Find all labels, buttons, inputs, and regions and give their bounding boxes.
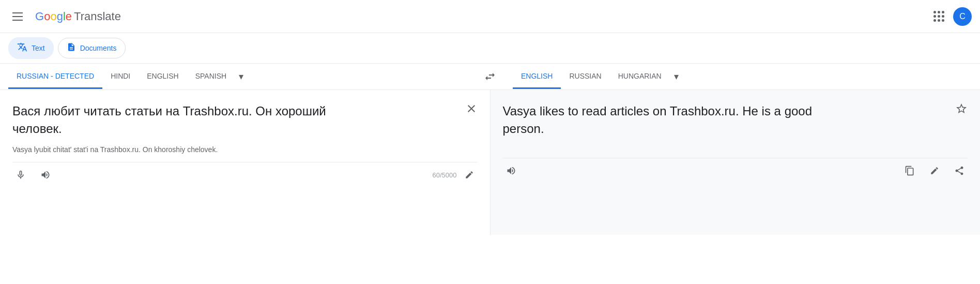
translate-icon <box>17 42 27 54</box>
header-left: Google Translate <box>8 8 121 25</box>
clear-button[interactable] <box>463 100 480 117</box>
target-text: Vasya likes to read articles on Trashbox… <box>503 102 834 137</box>
source-romanized: Vasya lyubit chitat' stat'i na Trashbox.… <box>12 145 478 154</box>
source-footer: 60/5000 <box>12 162 478 183</box>
target-footer <box>503 158 968 179</box>
target-panel: Vasya likes to read articles on Trashbox… <box>491 90 981 235</box>
target-lang-hungarian[interactable]: HUNGARIAN <box>610 65 670 89</box>
logo-translate: Translate <box>74 10 121 23</box>
tab-documents[interactable]: Documents <box>58 38 126 58</box>
source-text: Вася любит читать статьи на Trashbox.ru.… <box>12 102 343 137</box>
target-lang-dropdown[interactable]: ▾ <box>670 64 683 89</box>
tab-bar: Text Documents <box>0 33 980 64</box>
source-footer-left <box>12 167 54 183</box>
edit-source-button[interactable] <box>461 167 478 183</box>
source-lang-spanish[interactable]: SPANISH <box>187 65 235 89</box>
apps-button[interactable] <box>928 6 949 27</box>
source-panel: Вася любит читать статьи на Trashbox.ru.… <box>0 90 491 235</box>
copy-button[interactable] <box>901 162 918 179</box>
target-lang-bar: ENGLISH RUSSIAN HUNGARIAN ▾ <box>504 64 980 89</box>
logo-google: Google <box>35 10 72 23</box>
source-lang-bar: RUSSIAN - DETECTED HINDI ENGLISH SPANISH… <box>0 64 476 89</box>
translation-area: Вася любит читать статьи на Trashbox.ru.… <box>0 90 980 235</box>
share-button[interactable] <box>951 162 968 179</box>
speaker-button-source[interactable] <box>37 167 54 183</box>
star-button[interactable] <box>953 100 970 117</box>
tab-text[interactable]: Text <box>8 37 54 59</box>
menu-button[interactable] <box>8 8 27 25</box>
tab-documents-label: Documents <box>80 44 117 52</box>
document-icon <box>67 42 76 54</box>
target-footer-right <box>901 162 968 179</box>
mic-button[interactable] <box>12 167 29 183</box>
app-header: Google Translate C <box>0 0 980 33</box>
app-logo: Google Translate <box>35 10 121 23</box>
target-lang-english[interactable]: ENGLISH <box>513 65 561 89</box>
speaker-button-target[interactable] <box>503 162 519 179</box>
swap-languages-button[interactable] <box>476 66 504 87</box>
source-lang-hindi[interactable]: HINDI <box>102 65 139 89</box>
header-right: C <box>928 6 972 27</box>
char-count: 60/5000 <box>433 171 457 179</box>
tab-text-label: Text <box>32 44 45 52</box>
avatar[interactable]: C <box>953 7 972 26</box>
target-lang-russian[interactable]: RUSSIAN <box>561 65 609 89</box>
edit-target-button[interactable] <box>926 162 943 179</box>
source-lang-dropdown[interactable]: ▾ <box>235 64 248 89</box>
source-footer-right: 60/5000 <box>433 167 478 183</box>
source-lang-russian-detected[interactable]: RUSSIAN - DETECTED <box>8 65 102 89</box>
source-lang-english[interactable]: ENGLISH <box>139 65 187 89</box>
language-bar: RUSSIAN - DETECTED HINDI ENGLISH SPANISH… <box>0 64 980 90</box>
apps-grid-icon <box>933 11 944 22</box>
